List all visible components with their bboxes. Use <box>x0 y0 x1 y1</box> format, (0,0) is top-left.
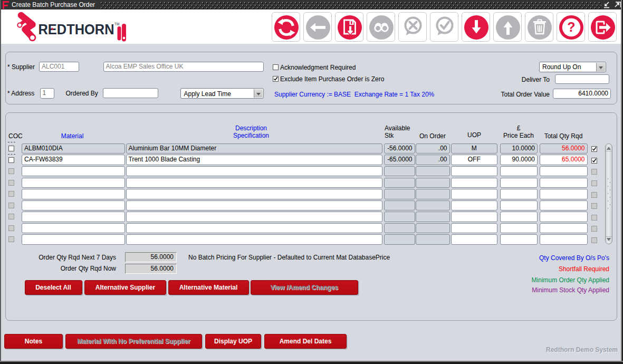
svg-text:REDTHORN: REDTHORN <box>39 21 114 37</box>
svg-text:?: ? <box>567 20 575 34</box>
svg-text:TM: TM <box>114 22 119 26</box>
